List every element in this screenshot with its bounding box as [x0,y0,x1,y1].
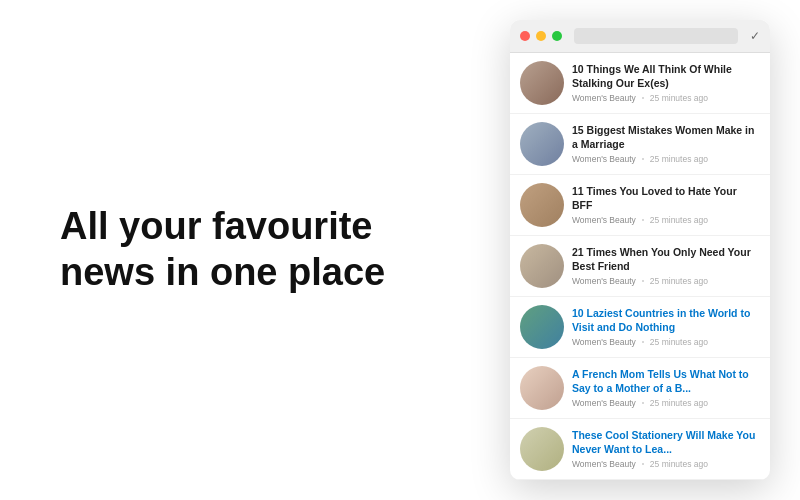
close-dot[interactable] [520,31,530,41]
news-thumbnail [520,427,564,471]
list-item[interactable]: 10 Laziest Countries in the World to Vis… [510,297,770,358]
meta-dot [642,463,644,465]
news-title: 10 Things We All Think Of While Stalking… [572,63,760,90]
meta-dot [642,341,644,343]
news-category: Women's Beauty [572,459,636,469]
news-category: Women's Beauty [572,337,636,347]
news-title: These Cool Stationery Will Make You Neve… [572,429,760,456]
browser-window: ✓ 10 Things We All Think Of While Stalki… [510,20,770,480]
list-item[interactable]: 21 Times When You Only Need Your Best Fr… [510,236,770,297]
news-title: 21 Times When You Only Need Your Best Fr… [572,246,760,273]
news-time: 25 minutes ago [650,337,708,347]
news-content: 11 Times You Loved to Hate Your BFF Wome… [572,185,760,225]
news-time: 25 minutes ago [650,215,708,225]
list-item[interactable]: 15 Biggest Mistakes Women Make in a Marr… [510,114,770,175]
news-time: 25 minutes ago [650,93,708,103]
news-meta: Women's Beauty 25 minutes ago [572,337,760,347]
news-meta: Women's Beauty 25 minutes ago [572,398,760,408]
meta-dot [642,158,644,160]
list-item[interactable]: 11 Times You Loved to Hate Your BFF Wome… [510,175,770,236]
news-meta: Women's Beauty 25 minutes ago [572,93,760,103]
news-content: 15 Biggest Mistakes Women Make in a Marr… [572,124,760,164]
list-item[interactable]: 10 Things We All Think Of While Stalking… [510,53,770,114]
news-title: 15 Biggest Mistakes Women Make in a Marr… [572,124,760,151]
news-time: 25 minutes ago [650,154,708,164]
news-title: A French Mom Tells Us What Not to Say to… [572,368,760,395]
search-bar[interactable] [574,28,738,44]
news-thumbnail [520,122,564,166]
news-thumbnail [520,244,564,288]
news-thumbnail [520,366,564,410]
list-item[interactable]: These Cool Stationery Will Make You Neve… [510,419,770,480]
news-category: Women's Beauty [572,154,636,164]
news-content: These Cool Stationery Will Make You Neve… [572,429,760,469]
page-wrapper: All your favourite news in one place ✓ 1… [0,0,800,500]
news-category: Women's Beauty [572,398,636,408]
tagline: All your favourite news in one place [60,204,450,295]
news-time: 25 minutes ago [650,459,708,469]
maximize-dot[interactable] [552,31,562,41]
left-panel: All your favourite news in one place [0,204,510,295]
news-title: 11 Times You Loved to Hate Your BFF [572,185,760,212]
meta-dot [642,402,644,404]
meta-dot [642,97,644,99]
news-time: 25 minutes ago [650,276,708,286]
browser-titlebar: ✓ [510,20,770,53]
news-content: 21 Times When You Only Need Your Best Fr… [572,246,760,286]
news-content: A French Mom Tells Us What Not to Say to… [572,368,760,408]
news-category: Women's Beauty [572,215,636,225]
news-thumbnail [520,305,564,349]
meta-dot [642,219,644,221]
news-content: 10 Laziest Countries in the World to Vis… [572,307,760,347]
news-time: 25 minutes ago [650,398,708,408]
news-meta: Women's Beauty 25 minutes ago [572,276,760,286]
check-icon[interactable]: ✓ [750,29,760,43]
news-thumbnail [520,61,564,105]
list-item[interactable]: A French Mom Tells Us What Not to Say to… [510,358,770,419]
minimize-dot[interactable] [536,31,546,41]
news-thumbnail [520,183,564,227]
news-meta: Women's Beauty 25 minutes ago [572,459,760,469]
tagline-line1: All your favourite [60,205,373,247]
tagline-line2: news in one place [60,251,385,293]
news-meta: Women's Beauty 25 minutes ago [572,215,760,225]
news-category: Women's Beauty [572,93,636,103]
news-content: 10 Things We All Think Of While Stalking… [572,63,760,103]
news-meta: Women's Beauty 25 minutes ago [572,154,760,164]
meta-dot [642,280,644,282]
news-list: 10 Things We All Think Of While Stalking… [510,53,770,480]
news-title: 10 Laziest Countries in the World to Vis… [572,307,760,334]
news-category: Women's Beauty [572,276,636,286]
